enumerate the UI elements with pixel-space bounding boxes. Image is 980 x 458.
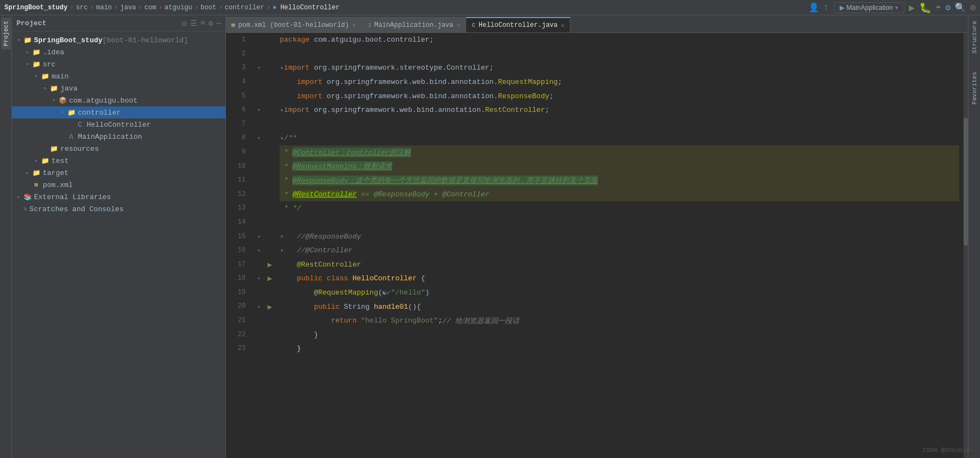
code-line-13: * */ [280,201,959,216]
arrow-root: ▾ [14,37,23,43]
breadcrumb-controller[interactable]: controller [225,4,264,12]
ann-20[interactable]: ▶ [264,299,275,314]
breadcrumb-atguigu[interactable]: atguigu [165,4,192,12]
tree-item-main[interactable]: ▾ 📁 main [12,70,225,82]
ann-17[interactable]: ▶ [264,258,275,272]
gutter-6[interactable]: ▾ [253,103,264,117]
arrow-test: ▸ [32,157,41,164]
gutter-13 [253,201,264,216]
code-import3a: org.springframework.web.bind.annotation. [322,92,498,100]
gutter-8[interactable]: ▾ [253,131,264,145]
collapse-icon[interactable]: ☰ [190,19,197,28]
gutter-4 [253,75,264,89]
code-line-19: @RequestMapping ( ☯ ✓ "/hello" ) [280,286,959,300]
breadcrumb-boot[interactable]: boot [201,4,217,12]
panel-settings-icon[interactable]: ⚙ [208,19,213,28]
tab-mainapplication[interactable]: J MainApplication.java ✕ [362,17,466,32]
code-l16-fold: ▾ [280,246,284,255]
code-lines[interactable]: package com.atguigu.boot.controller; ▾ i… [275,33,964,458]
tree-item-pomxml[interactable]: m pom.xml [12,179,225,191]
tree-item-scratches[interactable]: ✎ Scratches and Consoles [12,203,225,215]
arrow-extlibs: ▸ [14,194,23,200]
scrollbar-thumb[interactable] [964,118,968,246]
ln-7: 7 [226,117,249,132]
settings-icon[interactable]: ⚙ [970,2,976,13]
tab-pom-label: pom.xml (boot-01-helloworld) [239,21,349,29]
gutter-3[interactable]: ▾ [253,61,264,75]
java-tab-icon-hello: C [472,22,475,29]
tab-hellocontroller[interactable]: C HelloController.java ✕ [466,17,570,32]
panel-close-icon[interactable]: — [217,19,221,28]
code-l21-comment: // 给浏览器返回一段话 [443,316,519,326]
ann-12 [264,188,275,202]
code-l23-sp [280,344,297,353]
sep2: › [90,4,94,12]
run-config-button[interactable]: ▶ MainApplication ▾ [834,2,905,13]
panel-header: Project ◎ ☰ ≡ ⚙ — [12,15,225,32]
left-tab-project[interactable]: Project [1,18,11,49]
tree-item-root[interactable]: ▾ 📁 SpringBoot_study [boot-01-helloworld… [12,34,225,46]
tree-item-target[interactable]: ▸ 📁 target [12,167,225,179]
vertical-scrollbar[interactable] [964,33,968,458]
gutter-18[interactable]: ▾ [253,272,264,286]
ann-10 [264,159,275,173]
gutter-17 [253,258,264,272]
tree-item-resources[interactable]: 📁 resources [12,143,225,155]
breadcrumb-src[interactable]: src [76,4,88,12]
breadcrumb-java[interactable]: java [120,4,136,12]
tab-pom-close[interactable]: ✕ [352,21,356,29]
tree-item-src[interactable]: ▾ 📁 src [12,58,225,70]
breadcrumb-project[interactable]: SpringBoot_study [4,4,67,12]
right-tab-favorites[interactable]: Favorites [970,69,979,108]
update-icon[interactable]: ↑ [824,3,829,13]
ann-15 [264,229,275,244]
code-l12-star: * [280,190,292,199]
tab-hello-close[interactable]: ✕ [561,22,565,29]
tree-item-test[interactable]: ▸ 📁 test [12,155,225,167]
right-tab-structure[interactable]: Structure [970,18,979,56]
gutter-20[interactable]: ▾ [253,299,264,314]
code-l19-close: ) [425,289,429,297]
gutter-23 [253,342,264,356]
ln-21: 21 [226,314,249,328]
tree-item-controller[interactable]: ▾ 📁 controller [12,106,225,118]
tree-item-idea[interactable]: ▸ 📁 .idea [12,46,225,58]
tree-item-hellocontroller[interactable]: C HelloController [12,118,225,131]
tree-item-mainapplication[interactable]: A MainApplication [12,131,225,143]
code-l4-sp [280,78,297,86]
locate-icon[interactable]: ◎ [182,19,186,28]
arrow-java: ▾ [41,85,49,92]
folder-icon-idea: 📁 [32,48,41,56]
code-comment-start: /** [284,134,297,142]
kw-import3: import [297,92,322,100]
expand-icon[interactable]: ≡ [201,19,205,28]
breadcrumb-hellocontroller[interactable]: HelloController [280,4,339,12]
tab-pom[interactable]: m pom.xml (boot-01-helloworld) ✕ [226,17,362,32]
breadcrumb-main[interactable]: main [96,4,112,12]
code-import2a: org.springframework.web.bind.annotation. [322,78,498,86]
code-l19-icon2: ✓ [387,288,391,297]
ln-14: 14 [226,216,249,230]
gutter-9 [253,145,264,160]
coverage-icon[interactable]: ☂ [936,2,941,13]
tab-main-close[interactable]: ✕ [457,21,461,29]
tree-item-package[interactable]: ▾ 📦 com.atguigu.boot [12,94,225,106]
search-icon[interactable]: 🔍 [955,2,966,13]
code-line-3: ▾ import org.springframework.stereotype.… [280,61,959,75]
ann-4 [264,75,275,89]
code-line-11: * @ResponseBody：这个类的每一个方法返回的数据是直接写给浏览器的，… [280,173,959,188]
ln-5: 5 [226,89,249,103]
run-icon[interactable]: ▶ [909,2,915,14]
vcs-icon[interactable]: 👤 [808,2,819,13]
gutter-16[interactable]: ▾ [253,244,264,258]
debug-icon[interactable]: 🐛 [919,2,931,14]
ann-18[interactable]: ▶ [264,272,275,286]
build-icon[interactable]: ⚙ [945,2,951,13]
tree-item-java[interactable]: ▾ 📁 java [12,82,225,94]
tree-item-extlibs[interactable]: ▸ 📚 External Libraries [12,191,225,203]
ln-2: 2 [226,47,249,61]
code-l12-annotation: @RestController [292,190,356,199]
tab-hello-label: HelloController.java [479,21,558,29]
breadcrumb-com[interactable]: com [144,4,156,12]
gutter-15[interactable]: ▾ [253,229,264,244]
